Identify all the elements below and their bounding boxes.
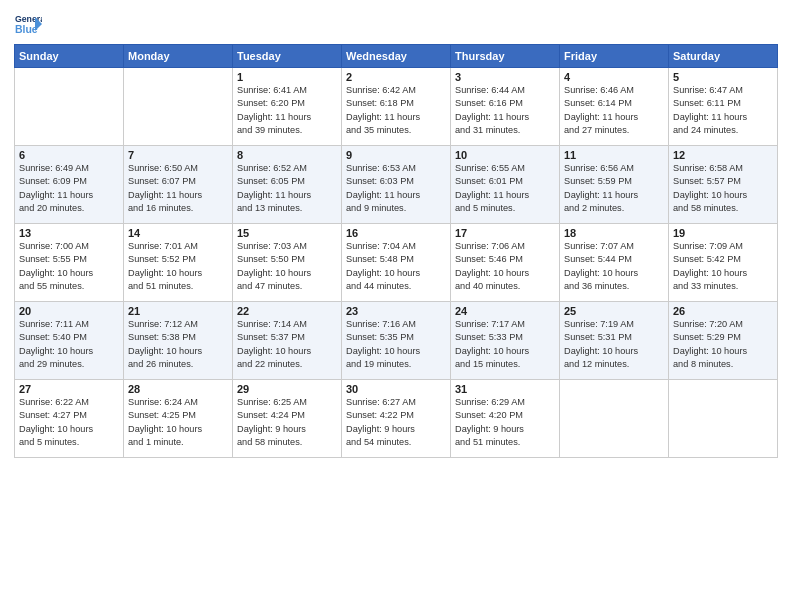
week-row-2: 6Sunrise: 6:49 AMSunset: 6:09 PMDaylight…: [15, 146, 778, 224]
day-cell: 27Sunrise: 6:22 AMSunset: 4:27 PMDayligh…: [15, 380, 124, 458]
day-number: 19: [673, 227, 773, 239]
day-number: 10: [455, 149, 555, 161]
day-info: Sunrise: 7:12 AMSunset: 5:38 PMDaylight:…: [128, 318, 228, 371]
day-number: 16: [346, 227, 446, 239]
header-wednesday: Wednesday: [342, 45, 451, 68]
day-info: Sunrise: 6:50 AMSunset: 6:07 PMDaylight:…: [128, 162, 228, 215]
day-number: 26: [673, 305, 773, 317]
day-number: 7: [128, 149, 228, 161]
day-number: 25: [564, 305, 664, 317]
day-info: Sunrise: 7:16 AMSunset: 5:35 PMDaylight:…: [346, 318, 446, 371]
page: General Blue SundayMondayTuesdayWednesda…: [0, 0, 792, 612]
day-number: 4: [564, 71, 664, 83]
day-number: 15: [237, 227, 337, 239]
header-sunday: Sunday: [15, 45, 124, 68]
day-cell: 18Sunrise: 7:07 AMSunset: 5:44 PMDayligh…: [560, 224, 669, 302]
day-number: 23: [346, 305, 446, 317]
day-cell: 15Sunrise: 7:03 AMSunset: 5:50 PMDayligh…: [233, 224, 342, 302]
day-info: Sunrise: 7:14 AMSunset: 5:37 PMDaylight:…: [237, 318, 337, 371]
day-cell: 26Sunrise: 7:20 AMSunset: 5:29 PMDayligh…: [669, 302, 778, 380]
week-row-4: 20Sunrise: 7:11 AMSunset: 5:40 PMDayligh…: [15, 302, 778, 380]
day-number: 27: [19, 383, 119, 395]
day-number: 1: [237, 71, 337, 83]
header-tuesday: Tuesday: [233, 45, 342, 68]
logo-icon: General Blue: [14, 10, 42, 38]
day-info: Sunrise: 7:09 AMSunset: 5:42 PMDaylight:…: [673, 240, 773, 293]
day-cell: 1Sunrise: 6:41 AMSunset: 6:20 PMDaylight…: [233, 68, 342, 146]
day-info: Sunrise: 7:11 AMSunset: 5:40 PMDaylight:…: [19, 318, 119, 371]
day-cell: 5Sunrise: 6:47 AMSunset: 6:11 PMDaylight…: [669, 68, 778, 146]
day-info: Sunrise: 6:47 AMSunset: 6:11 PMDaylight:…: [673, 84, 773, 137]
day-cell: 28Sunrise: 6:24 AMSunset: 4:25 PMDayligh…: [124, 380, 233, 458]
day-cell: 13Sunrise: 7:00 AMSunset: 5:55 PMDayligh…: [15, 224, 124, 302]
day-cell: 23Sunrise: 7:16 AMSunset: 5:35 PMDayligh…: [342, 302, 451, 380]
day-cell: 31Sunrise: 6:29 AMSunset: 4:20 PMDayligh…: [451, 380, 560, 458]
day-cell: 9Sunrise: 6:53 AMSunset: 6:03 PMDaylight…: [342, 146, 451, 224]
day-info: Sunrise: 6:42 AMSunset: 6:18 PMDaylight:…: [346, 84, 446, 137]
day-info: Sunrise: 6:41 AMSunset: 6:20 PMDaylight:…: [237, 84, 337, 137]
header-monday: Monday: [124, 45, 233, 68]
day-number: 21: [128, 305, 228, 317]
day-info: Sunrise: 6:56 AMSunset: 5:59 PMDaylight:…: [564, 162, 664, 215]
day-cell: 12Sunrise: 6:58 AMSunset: 5:57 PMDayligh…: [669, 146, 778, 224]
day-cell: [560, 380, 669, 458]
day-cell: 8Sunrise: 6:52 AMSunset: 6:05 PMDaylight…: [233, 146, 342, 224]
day-number: 3: [455, 71, 555, 83]
day-cell: 11Sunrise: 6:56 AMSunset: 5:59 PMDayligh…: [560, 146, 669, 224]
day-cell: 19Sunrise: 7:09 AMSunset: 5:42 PMDayligh…: [669, 224, 778, 302]
day-info: Sunrise: 6:27 AMSunset: 4:22 PMDaylight:…: [346, 396, 446, 449]
day-cell: 24Sunrise: 7:17 AMSunset: 5:33 PMDayligh…: [451, 302, 560, 380]
day-number: 5: [673, 71, 773, 83]
day-info: Sunrise: 6:44 AMSunset: 6:16 PMDaylight:…: [455, 84, 555, 137]
day-info: Sunrise: 6:55 AMSunset: 6:01 PMDaylight:…: [455, 162, 555, 215]
day-cell: [15, 68, 124, 146]
day-info: Sunrise: 7:06 AMSunset: 5:46 PMDaylight:…: [455, 240, 555, 293]
day-info: Sunrise: 7:17 AMSunset: 5:33 PMDaylight:…: [455, 318, 555, 371]
header-saturday: Saturday: [669, 45, 778, 68]
day-info: Sunrise: 6:29 AMSunset: 4:20 PMDaylight:…: [455, 396, 555, 449]
day-cell: 2Sunrise: 6:42 AMSunset: 6:18 PMDaylight…: [342, 68, 451, 146]
day-cell: 21Sunrise: 7:12 AMSunset: 5:38 PMDayligh…: [124, 302, 233, 380]
day-info: Sunrise: 6:22 AMSunset: 4:27 PMDaylight:…: [19, 396, 119, 449]
day-number: 13: [19, 227, 119, 239]
day-cell: 30Sunrise: 6:27 AMSunset: 4:22 PMDayligh…: [342, 380, 451, 458]
week-row-3: 13Sunrise: 7:00 AMSunset: 5:55 PMDayligh…: [15, 224, 778, 302]
day-cell: [124, 68, 233, 146]
day-cell: 14Sunrise: 7:01 AMSunset: 5:52 PMDayligh…: [124, 224, 233, 302]
day-number: 24: [455, 305, 555, 317]
header-row: SundayMondayTuesdayWednesdayThursdayFrid…: [15, 45, 778, 68]
day-info: Sunrise: 6:49 AMSunset: 6:09 PMDaylight:…: [19, 162, 119, 215]
day-info: Sunrise: 7:07 AMSunset: 5:44 PMDaylight:…: [564, 240, 664, 293]
day-cell: 3Sunrise: 6:44 AMSunset: 6:16 PMDaylight…: [451, 68, 560, 146]
day-info: Sunrise: 7:03 AMSunset: 5:50 PMDaylight:…: [237, 240, 337, 293]
header-thursday: Thursday: [451, 45, 560, 68]
day-number: 29: [237, 383, 337, 395]
day-number: 12: [673, 149, 773, 161]
day-number: 28: [128, 383, 228, 395]
logo: General Blue: [14, 10, 42, 38]
day-info: Sunrise: 7:00 AMSunset: 5:55 PMDaylight:…: [19, 240, 119, 293]
day-cell: 4Sunrise: 6:46 AMSunset: 6:14 PMDaylight…: [560, 68, 669, 146]
day-cell: 10Sunrise: 6:55 AMSunset: 6:01 PMDayligh…: [451, 146, 560, 224]
header-friday: Friday: [560, 45, 669, 68]
day-info: Sunrise: 6:58 AMSunset: 5:57 PMDaylight:…: [673, 162, 773, 215]
day-number: 17: [455, 227, 555, 239]
day-info: Sunrise: 6:24 AMSunset: 4:25 PMDaylight:…: [128, 396, 228, 449]
day-cell: 25Sunrise: 7:19 AMSunset: 5:31 PMDayligh…: [560, 302, 669, 380]
day-cell: 22Sunrise: 7:14 AMSunset: 5:37 PMDayligh…: [233, 302, 342, 380]
day-cell: 29Sunrise: 6:25 AMSunset: 4:24 PMDayligh…: [233, 380, 342, 458]
svg-text:Blue: Blue: [15, 23, 38, 35]
day-cell: 16Sunrise: 7:04 AMSunset: 5:48 PMDayligh…: [342, 224, 451, 302]
day-info: Sunrise: 6:46 AMSunset: 6:14 PMDaylight:…: [564, 84, 664, 137]
calendar-table: SundayMondayTuesdayWednesdayThursdayFrid…: [14, 44, 778, 458]
day-info: Sunrise: 7:01 AMSunset: 5:52 PMDaylight:…: [128, 240, 228, 293]
day-number: 9: [346, 149, 446, 161]
day-info: Sunrise: 7:04 AMSunset: 5:48 PMDaylight:…: [346, 240, 446, 293]
day-cell: 17Sunrise: 7:06 AMSunset: 5:46 PMDayligh…: [451, 224, 560, 302]
day-number: 20: [19, 305, 119, 317]
day-cell: 20Sunrise: 7:11 AMSunset: 5:40 PMDayligh…: [15, 302, 124, 380]
day-number: 22: [237, 305, 337, 317]
header: General Blue: [14, 10, 778, 38]
day-cell: [669, 380, 778, 458]
day-info: Sunrise: 6:52 AMSunset: 6:05 PMDaylight:…: [237, 162, 337, 215]
